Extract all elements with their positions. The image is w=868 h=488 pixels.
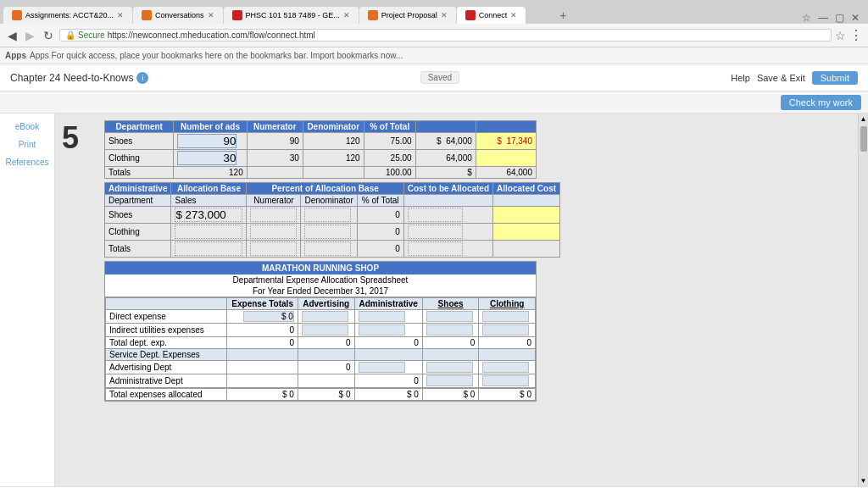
spreadsheet-title: MARATHON RUNNING SHOP bbox=[105, 262, 536, 274]
table-row: Totals 120 100.00 $ 64,000 bbox=[105, 167, 537, 179]
totals-alloc: 64,000 bbox=[476, 167, 536, 179]
sh-adv: Advertising bbox=[298, 298, 354, 310]
sidebar-item-print[interactable]: Print bbox=[3, 138, 51, 151]
ad-shoes-cost[interactable] bbox=[403, 207, 492, 224]
ad-totals: Totals bbox=[105, 241, 171, 258]
clothing-alloc[interactable] bbox=[476, 150, 536, 167]
address-bar[interactable]: 🔒 Secure https://newconnect.mheducation.… bbox=[59, 29, 832, 42]
browser-maximize-icon[interactable]: ▢ bbox=[835, 12, 844, 24]
new-tab-button[interactable]: + bbox=[553, 7, 573, 24]
clothing-numads[interactable] bbox=[174, 150, 247, 167]
row-total-dept-adv: 0 bbox=[298, 337, 354, 349]
row-adv-dept-clothing[interactable] bbox=[479, 361, 536, 374]
ad-totals-cost[interactable] bbox=[403, 241, 492, 258]
ash-sales: Sales bbox=[171, 195, 247, 207]
advertising-table: Department Number of ads Numerator Denom… bbox=[104, 120, 537, 179]
tab-conversations[interactable]: Conversations ✕ bbox=[133, 7, 223, 24]
forward-button[interactable]: ▶ bbox=[23, 29, 37, 42]
row-admin-dept-clothing[interactable] bbox=[479, 374, 536, 389]
spreadsheet-subtitle: Departmental Expense Allocation Spreadsh… bbox=[105, 274, 536, 286]
info-icon[interactable]: i bbox=[136, 72, 148, 84]
tab-empty[interactable] bbox=[526, 17, 552, 24]
ad-shoes-alloc[interactable] bbox=[493, 207, 560, 224]
tab-assignments[interactable]: Assignments: ACCT&20... ✕ bbox=[3, 7, 132, 24]
submit-button[interactable]: Submit bbox=[812, 71, 858, 85]
settings-dots-icon[interactable]: ⋮ bbox=[849, 27, 863, 43]
table-row: Advertising Dept 0 bbox=[106, 361, 536, 374]
tab-connect[interactable]: Connect ✕ bbox=[457, 7, 526, 24]
shoes-numads[interactable] bbox=[174, 133, 247, 150]
totals-cost: $ bbox=[415, 167, 476, 179]
ad-shoes-sales[interactable] bbox=[171, 207, 247, 224]
tab-close-4[interactable]: ✕ bbox=[441, 11, 448, 19]
tab-close-3[interactable]: ✕ bbox=[343, 11, 350, 19]
shoes-num: 90 bbox=[247, 133, 303, 150]
bookmark-star-icon[interactable]: ☆ bbox=[835, 29, 846, 42]
row-indirect-adv[interactable] bbox=[298, 324, 354, 337]
totals-denom bbox=[303, 167, 364, 179]
scroll-up-icon[interactable]: ▲ bbox=[859, 114, 868, 125]
row-direct-exp[interactable] bbox=[227, 310, 298, 324]
sidebar-item-references[interactable]: References bbox=[3, 156, 51, 169]
ah-admin: Administrative bbox=[105, 183, 171, 195]
shoes-denom: 120 bbox=[303, 133, 364, 150]
ad-totals-denom[interactable] bbox=[301, 241, 357, 258]
sidebar-item-ebook[interactable]: eBook bbox=[3, 120, 51, 133]
refresh-button[interactable]: ↻ bbox=[41, 29, 56, 42]
table-row: Shoes 90 120 75.00 $ 64,000 $ 17,340 bbox=[105, 133, 537, 150]
tab-project[interactable]: Project Proposal ✕ bbox=[359, 7, 456, 24]
ad-clothing-denom[interactable] bbox=[301, 224, 357, 241]
row-direct-shoes[interactable] bbox=[422, 310, 479, 324]
tab-close-5[interactable]: ✕ bbox=[510, 11, 517, 19]
check-my-work-button[interactable]: Check my work bbox=[781, 95, 861, 110]
row-admin-dept-shoes[interactable] bbox=[422, 374, 479, 389]
ad-clothing-sales[interactable] bbox=[171, 224, 247, 241]
back-button[interactable]: ◀ bbox=[5, 29, 19, 42]
save-exit-button[interactable]: Save & Exit bbox=[757, 73, 805, 83]
ad-totals-num[interactable] bbox=[247, 241, 301, 258]
table-row: Service Dept. Expenses bbox=[106, 349, 536, 361]
row-indirect-clothing[interactable] bbox=[479, 324, 536, 337]
row-svc-dept-adv bbox=[298, 349, 354, 361]
chapter-title-text: Chapter 24 Need-to-Knows bbox=[10, 72, 133, 84]
ad-shoes-num[interactable] bbox=[247, 207, 301, 224]
lock-icon: 🔒 bbox=[65, 30, 75, 40]
row-indirect-admin[interactable] bbox=[354, 324, 422, 337]
row-adv-dept-admin[interactable] bbox=[354, 361, 422, 374]
ad-clothing-num[interactable] bbox=[247, 224, 301, 241]
ad-totals-sales[interactable] bbox=[171, 241, 247, 258]
browser-close-icon[interactable]: ✕ bbox=[851, 12, 860, 24]
tab-label-3: PHSC 101 518 7489 - GE... bbox=[246, 11, 340, 19]
help-button[interactable]: Help bbox=[731, 73, 750, 83]
ad-totals-pct: 0 bbox=[357, 241, 403, 258]
tab-close-1[interactable]: ✕ bbox=[117, 11, 124, 19]
sh-clothing: Clothing bbox=[479, 298, 536, 310]
row-indirect-shoes[interactable] bbox=[422, 324, 479, 337]
shoes-pct: 75.00 bbox=[364, 133, 415, 150]
col-numads: Number of ads bbox=[174, 121, 247, 133]
row-total-alloc-admin: $ 0 bbox=[354, 388, 422, 401]
row-direct-admin[interactable] bbox=[354, 310, 422, 324]
tab-bar: Assignments: ACCT&20... ✕ Conversations … bbox=[0, 0, 868, 24]
row-direct-clothing[interactable] bbox=[479, 310, 536, 324]
ad-totals-alloc bbox=[493, 241, 560, 258]
spreadsheet-section: MARATHON RUNNING SHOP Departmental Expen… bbox=[104, 261, 537, 402]
browser-settings-icon[interactable]: ☆ bbox=[802, 12, 811, 24]
ash-denom: Denominator bbox=[301, 195, 357, 207]
browser-minimize-icon[interactable]: — bbox=[818, 12, 828, 24]
spreadsheet-table: Expense Totals Advertising Administrativ… bbox=[105, 297, 536, 401]
row-admin-dept: Administrative Dept bbox=[106, 374, 227, 389]
row-adv-dept-shoes[interactable] bbox=[422, 361, 479, 374]
chapter-title-area: Chapter 24 Need-to-Knows i bbox=[10, 72, 148, 84]
tab-phsc[interactable]: PHSC 101 518 7489 - GE... ✕ bbox=[224, 7, 359, 24]
scroll-down-icon[interactable]: ▼ bbox=[859, 475, 868, 486]
tab-close-2[interactable]: ✕ bbox=[208, 11, 214, 19]
scroll-thumb[interactable] bbox=[860, 126, 867, 152]
ad-clothing-alloc[interactable] bbox=[493, 224, 560, 241]
ad-shoes-denom[interactable] bbox=[301, 207, 357, 224]
row-direct-adv[interactable] bbox=[298, 310, 354, 324]
ad-clothing-cost[interactable] bbox=[403, 224, 492, 241]
scrollbar[interactable]: ▲ ▼ bbox=[858, 114, 868, 486]
col-blank2 bbox=[476, 121, 536, 133]
table-row: Direct expense bbox=[106, 310, 536, 324]
